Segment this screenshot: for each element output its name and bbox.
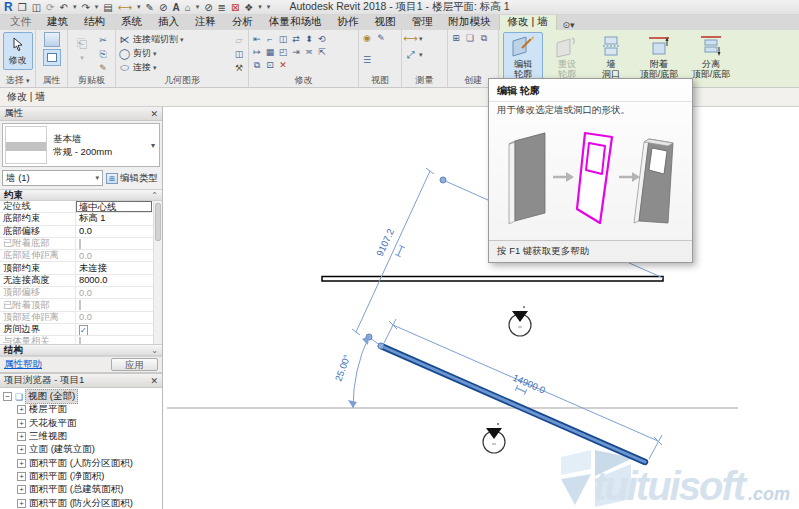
selected-wall[interactable] bbox=[381, 346, 645, 462]
drawing-area[interactable]: tuituisoft .com 9107.2 bbox=[163, 107, 799, 509]
tab-massing-site[interactable]: 体量和场地 bbox=[261, 14, 330, 30]
property-row[interactable]: 无连接高度8000.0 bbox=[0, 275, 153, 287]
redo-caret-icon[interactable]: ▾ bbox=[95, 3, 99, 11]
rotate-icon[interactable]: ⟲ bbox=[316, 33, 328, 45]
tab-file[interactable]: 文件 bbox=[2, 14, 39, 30]
expand-icon[interactable]: + bbox=[17, 472, 26, 481]
cut-geometry-button[interactable]: ◯剪切▾ bbox=[118, 47, 184, 60]
section-structure[interactable]: 结构 ⌄ bbox=[0, 344, 162, 356]
measure-button[interactable]: ⟷▾ bbox=[404, 32, 423, 45]
split-icon[interactable]: ⬍ bbox=[303, 33, 315, 45]
move-icon[interactable]: ⇥ bbox=[290, 46, 302, 58]
expand-icon[interactable]: + bbox=[17, 459, 26, 468]
tree-item-views-root[interactable]: − ❏ 视图 (全部) bbox=[3, 390, 162, 403]
property-row[interactable]: 底部约束标高 1 bbox=[0, 213, 153, 225]
tab-addins[interactable]: 附加模块 bbox=[441, 14, 499, 30]
edit-type-button[interactable]: ⊞ 编辑类型 bbox=[106, 172, 160, 185]
detach-top-base-button[interactable]: 分离 顶部/底部 bbox=[687, 32, 735, 87]
properties-close-icon[interactable]: ✕ bbox=[150, 109, 158, 119]
expand-icon[interactable]: + bbox=[17, 445, 26, 454]
cut-icon[interactable]: ✂ bbox=[97, 34, 109, 46]
pin-icon[interactable]: ⇱ bbox=[316, 46, 328, 58]
join-end-cut-button[interactable]: ⋉连接端切割▾ bbox=[118, 33, 184, 46]
demolish-icon[interactable]: ⚒ bbox=[233, 62, 245, 74]
dimension-14900[interactable] bbox=[384, 319, 662, 459]
elevation-marker[interactable] bbox=[509, 306, 531, 336]
measure-icon[interactable]: ⟷ bbox=[118, 2, 132, 13]
property-row[interactable]: 底部偏移0.0 bbox=[0, 226, 153, 238]
redo-icon[interactable]: ↷ bbox=[81, 2, 89, 13]
close-hidden-windows-icon[interactable]: ⊠ bbox=[231, 2, 239, 13]
view-caret-icon[interactable]: ▾ bbox=[196, 3, 200, 11]
tab-collaborate[interactable]: 协作 bbox=[330, 14, 367, 30]
dimension-handle[interactable] bbox=[440, 177, 446, 183]
tree-item-3d-views[interactable]: +三维视图 bbox=[3, 430, 162, 443]
section-collapse-icon[interactable]: ⌃ bbox=[151, 191, 158, 200]
expand-icon[interactable]: + bbox=[17, 485, 26, 494]
create-assembly-icon[interactable]: ⧉ bbox=[478, 32, 490, 44]
structure-collapse-icon[interactable]: ⌄ bbox=[151, 346, 158, 355]
qat-customize-icon[interactable]: ▾ bbox=[267, 3, 271, 11]
delete-icon[interactable]: ✕ bbox=[277, 59, 289, 71]
unpin-icon[interactable]: ⧉ bbox=[251, 59, 263, 71]
print-icon[interactable]: ▤ bbox=[103, 2, 112, 13]
apply-button[interactable]: 应用 bbox=[111, 358, 158, 371]
offset-icon[interactable]: ⌐ bbox=[264, 33, 276, 45]
create-group-icon[interactable]: ⊞ bbox=[450, 32, 462, 44]
wall-joins-icon[interactable]: ◫ bbox=[233, 48, 245, 60]
property-row[interactable]: 房间边界✓ bbox=[0, 324, 153, 336]
copy-move-icon[interactable]: ≍ bbox=[303, 46, 315, 58]
tab-manage[interactable]: 管理 bbox=[404, 14, 441, 30]
sync-icon[interactable]: ⟳ bbox=[46, 2, 54, 13]
hide-elements-icon[interactable]: ☰ bbox=[361, 54, 373, 66]
tree-item-elevations[interactable]: +立面 (建筑立面) bbox=[3, 443, 162, 456]
linework-icon[interactable]: ✎ bbox=[375, 32, 387, 44]
expand-icon[interactable]: + bbox=[17, 432, 26, 441]
properties-toggle-icon[interactable] bbox=[43, 49, 61, 66]
tag-icon[interactable]: ⊘ bbox=[159, 2, 167, 13]
panel-select-label[interactable]: 选择 ▾ bbox=[0, 74, 35, 87]
type-selector-caret-icon[interactable]: ▾ bbox=[151, 141, 157, 150]
properties-palette-icon[interactable] bbox=[44, 32, 60, 47]
dimension-value-14900[interactable]: 14900.0 bbox=[511, 372, 547, 396]
tab-systems[interactable]: 系统 bbox=[113, 14, 150, 30]
property-row[interactable]: 顶部约束未连接 bbox=[0, 262, 153, 274]
paint-icon[interactable]: ▱ bbox=[233, 34, 245, 46]
properties-help-link[interactable]: 属性帮助 bbox=[4, 358, 42, 371]
tree-item-area-plans-fire[interactable]: +面积平面 (防火分区面积) bbox=[3, 496, 162, 509]
tab-view[interactable]: 视图 bbox=[367, 14, 404, 30]
expand-icon[interactable]: + bbox=[17, 405, 26, 414]
properties-scrollbar[interactable] bbox=[153, 201, 162, 344]
text-icon[interactable]: A bbox=[172, 2, 179, 13]
mirror-draw-icon[interactable]: ⇄ bbox=[290, 33, 302, 45]
room-bounding-checkbox[interactable]: ✓ bbox=[79, 325, 88, 335]
tree-item-floor-plans[interactable]: +楼层平面 bbox=[3, 403, 162, 416]
switch-windows-icon[interactable]: ❖ bbox=[244, 2, 253, 13]
tree-item-area-plans-civil[interactable]: +面积平面 (人防分区面积) bbox=[3, 456, 162, 469]
create-similar-icon[interactable]: ❏ bbox=[464, 32, 476, 44]
project-browser-close-icon[interactable]: ✕ bbox=[150, 376, 158, 386]
reveal-hidden-icon[interactable]: ◉ bbox=[361, 32, 373, 44]
expand-icon[interactable]: + bbox=[17, 499, 26, 508]
undo-icon[interactable]: ↶ bbox=[59, 2, 67, 13]
open-icon[interactable]: ❐ bbox=[18, 2, 27, 13]
align-icon[interactable]: ⇤ bbox=[251, 33, 263, 45]
scale-icon[interactable]: ◰ bbox=[277, 46, 289, 58]
modify-tool-button[interactable]: 修改 bbox=[3, 32, 33, 70]
tab-annotate[interactable]: 注释 bbox=[187, 14, 224, 30]
paste-button[interactable]: ⎗ ▾ bbox=[70, 32, 94, 65]
tree-item-ceiling-plans[interactable]: +天花板平面 bbox=[3, 417, 162, 430]
tab-overflow-icon[interactable]: ⊙▾ bbox=[557, 20, 581, 30]
save-icon[interactable]: ◫ bbox=[32, 2, 41, 13]
tab-modify-wall[interactable]: 修改 | 墙 bbox=[499, 13, 557, 30]
type-selector[interactable]: 基本墙 常规 - 200mm ▾ bbox=[2, 123, 160, 167]
tab-architecture[interactable]: 建筑 bbox=[39, 14, 76, 30]
match-type-icon[interactable]: ✎ bbox=[97, 62, 109, 74]
section-constraints[interactable]: 约束 ⌃ bbox=[0, 189, 162, 201]
horizontal-wall[interactable] bbox=[322, 277, 663, 282]
property-row[interactable]: 定位线墙中心线 bbox=[0, 201, 153, 213]
angular-dimension[interactable]: 25.00° bbox=[333, 336, 369, 408]
thin-lines-icon[interactable]: ≣ bbox=[218, 2, 226, 13]
section-icon[interactable]: ⊘ bbox=[204, 2, 212, 13]
switch-caret-icon[interactable]: ▾ bbox=[258, 3, 262, 11]
